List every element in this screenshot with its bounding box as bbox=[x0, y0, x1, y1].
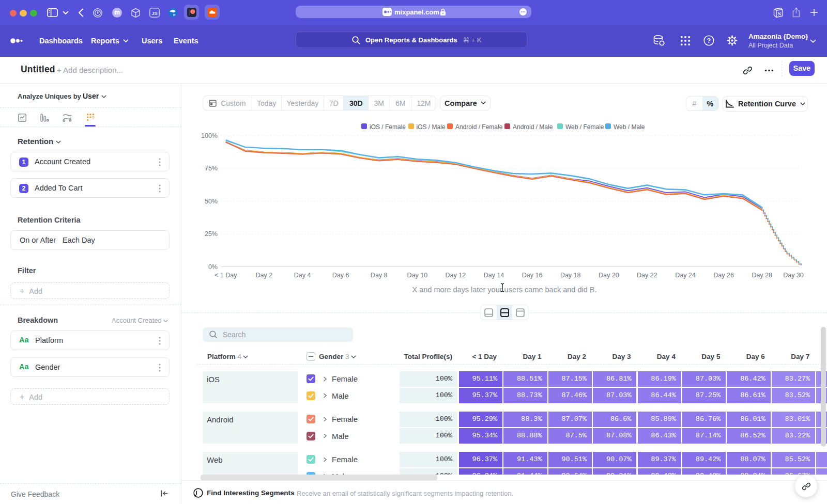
svg-text:Day 12: Day 12 bbox=[446, 272, 466, 279]
svg-text:N: N bbox=[778, 11, 782, 17]
svg-text:75%: 75% bbox=[205, 165, 218, 172]
svg-text:Day 10: Day 10 bbox=[407, 272, 427, 279]
svg-text:100%: 100% bbox=[201, 132, 218, 139]
svg-text:Day 16: Day 16 bbox=[522, 272, 543, 279]
svg-text:Day 30: Day 30 bbox=[783, 272, 804, 279]
svg-text:Day 24: Day 24 bbox=[675, 272, 696, 279]
svg-text:Day 18: Day 18 bbox=[560, 272, 581, 279]
svg-text:Day 4: Day 4 bbox=[294, 272, 311, 279]
svg-text:Day 14: Day 14 bbox=[484, 272, 504, 279]
svg-text:Day 20: Day 20 bbox=[599, 272, 619, 279]
svg-text:Day 6: Day 6 bbox=[332, 272, 349, 279]
svg-text:?: ? bbox=[707, 37, 711, 44]
svg-text:50%: 50% bbox=[205, 198, 218, 205]
svg-text:0%: 0% bbox=[208, 263, 218, 271]
svg-text:JS: JS bbox=[151, 10, 158, 16]
svg-text:Day 28: Day 28 bbox=[752, 272, 772, 279]
svg-text:Day 26: Day 26 bbox=[713, 272, 734, 279]
svg-text:Day 8: Day 8 bbox=[371, 272, 388, 279]
svg-text:< 1 Day: < 1 Day bbox=[215, 272, 237, 279]
svg-text:Day 22: Day 22 bbox=[637, 272, 657, 279]
svg-text:Day 2: Day 2 bbox=[256, 272, 273, 279]
svg-text:25%: 25% bbox=[205, 230, 218, 238]
